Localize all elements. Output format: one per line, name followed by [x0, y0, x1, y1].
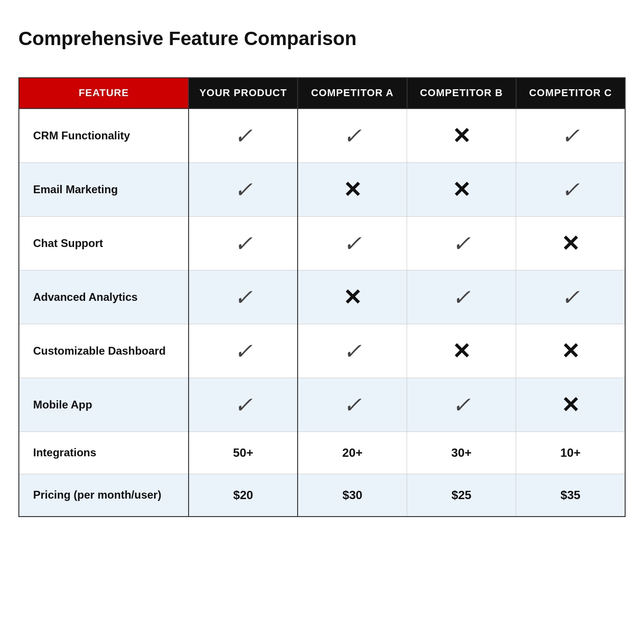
table-row: Email Marketing✓✕✕✓ [19, 162, 625, 216]
check-cell: ✓ [189, 162, 298, 216]
table-row: Integrations50+20+30+10+ [19, 431, 625, 474]
feature-name: Pricing (per month/user) [19, 474, 189, 517]
cross-cell: ✕ [516, 324, 625, 378]
page-wrapper: Comprehensive Feature Comparison FEATURE… [18, 28, 626, 517]
feature-name: Advanced Analytics [19, 270, 189, 324]
cross-cell: ✕ [298, 270, 407, 324]
check-cell: ✓ [189, 109, 298, 163]
value-cell: $35 [516, 474, 625, 517]
th-competitor-b: COMPETITOR B [407, 78, 516, 109]
check-cell: ✓ [407, 270, 516, 324]
check-cell: ✓ [189, 270, 298, 324]
value-cell: 50+ [189, 431, 298, 474]
value-cell: $30 [298, 474, 407, 517]
check-cell: ✓ [189, 324, 298, 378]
feature-name: CRM Functionality [19, 109, 189, 163]
cross-cell: ✕ [407, 324, 516, 378]
feature-name: Customizable Dashboard [19, 324, 189, 378]
value-cell: $20 [189, 474, 298, 517]
table-row: Customizable Dashboard✓✓✕✕ [19, 324, 625, 378]
table-row: Chat Support✓✓✓✕ [19, 216, 625, 270]
table-row: Pricing (per month/user)$20$30$25$35 [19, 474, 625, 517]
cross-cell: ✕ [516, 378, 625, 431]
table-row: Mobile App✓✓✓✕ [19, 378, 625, 431]
feature-name: Mobile App [19, 378, 189, 431]
feature-name: Chat Support [19, 216, 189, 270]
check-cell: ✓ [189, 378, 298, 431]
value-cell: 20+ [298, 431, 407, 474]
header-row: FEATURE YOUR PRODUCT COMPETITOR A COMPET… [19, 78, 625, 109]
value-cell: 30+ [407, 431, 516, 474]
check-cell: ✓ [298, 378, 407, 431]
th-feature: FEATURE [19, 78, 189, 109]
check-cell: ✓ [407, 216, 516, 270]
th-competitor-a: COMPETITOR A [298, 78, 407, 109]
check-cell: ✓ [298, 109, 407, 163]
table-row: Advanced Analytics✓✕✓✓ [19, 270, 625, 324]
check-cell: ✓ [407, 378, 516, 431]
comparison-table: FEATURE YOUR PRODUCT COMPETITOR A COMPET… [18, 77, 626, 517]
page-title: Comprehensive Feature Comparison [18, 28, 626, 50]
cross-cell: ✕ [407, 109, 516, 163]
cross-cell: ✕ [407, 162, 516, 216]
check-cell: ✓ [298, 324, 407, 378]
cross-cell: ✕ [516, 216, 625, 270]
check-cell: ✓ [189, 216, 298, 270]
check-cell: ✓ [516, 162, 625, 216]
th-competitor-c: COMPETITOR C [516, 78, 625, 109]
value-cell: 10+ [516, 431, 625, 474]
th-your-product: YOUR PRODUCT [189, 78, 298, 109]
feature-name: Integrations [19, 431, 189, 474]
cross-cell: ✕ [298, 162, 407, 216]
check-cell: ✓ [516, 270, 625, 324]
table-row: CRM Functionality✓✓✕✓ [19, 109, 625, 163]
check-cell: ✓ [516, 109, 625, 163]
feature-name: Email Marketing [19, 162, 189, 216]
value-cell: $25 [407, 474, 516, 517]
check-cell: ✓ [298, 216, 407, 270]
